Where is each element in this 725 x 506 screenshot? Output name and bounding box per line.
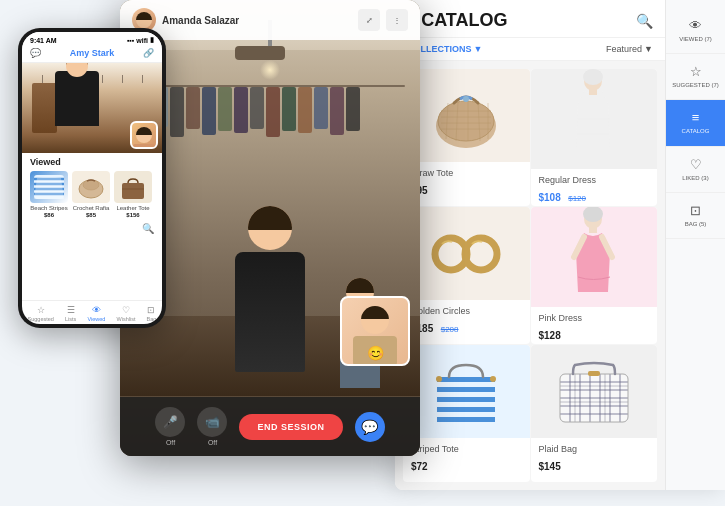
catalog-title: ≡ CATALOG (407, 10, 508, 31)
phone-header: 💬 Amy Stark 🔗 (22, 46, 162, 63)
eye-icon: 👁 (689, 18, 702, 33)
video-header-actions: ⤢ ⋮ (358, 9, 408, 31)
svg-rect-32 (437, 397, 495, 402)
nav-label: Lists (65, 316, 76, 322)
chat-button[interactable]: 💬 (355, 412, 385, 442)
list-item[interactable]: Beach Stripes $86 (30, 171, 68, 218)
nav-label: Wishlist (117, 316, 136, 322)
catalog-header: ≡ CATALOG 🔍 (395, 0, 665, 38)
product-price-row: $145 (539, 456, 650, 474)
catalog-grid: Straw Tote $95 (395, 61, 665, 490)
list-item[interactable]: Crochet Rafia $85 (72, 171, 110, 218)
svg-rect-7 (122, 183, 144, 199)
camera-icon: 📹 (197, 407, 227, 437)
catalog-panel: ≡ CATALOG 🔍 COLLECTIONS ▼ Featured ▼ (395, 0, 725, 490)
nav-viewed[interactable]: 👁 Viewed (87, 305, 105, 322)
status-icons: ▪▪▪ wifi ▮ (127, 36, 154, 44)
svg-point-6 (83, 180, 99, 190)
catalog-item-golden-circles[interactable]: Golden Circles $185 $208 (403, 207, 530, 344)
svg-point-35 (436, 376, 442, 382)
bag-icon: ⊡ (690, 203, 701, 218)
sidebar-tab-label: CATALOG (682, 128, 710, 135)
camera-button[interactable]: 📹 Off (197, 407, 227, 446)
video-header: Amanda Salazar ⤢ ⋮ (120, 0, 420, 40)
phone-status-bar: 9:41 AM ▪▪▪ wifi ▮ (22, 32, 162, 46)
heart-icon: ♡ (122, 305, 130, 315)
catalog-item-striped-tote[interactable]: Striped Tote $72 (403, 345, 530, 482)
sidebar-tab-suggested[interactable]: ☆ SUGGESTED (7) (666, 54, 725, 100)
video-controls: 🎤 Off 📹 Off END SESSION 💬 (120, 397, 420, 456)
phone-link-icon: 🔗 (143, 48, 154, 58)
product-price: $72 (411, 461, 428, 472)
catalog-item-pink-dress[interactable]: Pink Dress $128 (531, 207, 658, 344)
nav-suggested[interactable]: ☆ Suggested (28, 305, 54, 322)
sidebar-tab-label: SUGGESTED (7) (672, 82, 719, 89)
product-price-row: $108 $120 (539, 187, 650, 205)
phone-screen: 9:41 AM ▪▪▪ wifi ▮ 💬 Amy Stark 🔗 (22, 32, 162, 324)
catalog-search-icon[interactable]: 🔍 (636, 13, 653, 29)
wifi-icon: wifi (136, 37, 148, 44)
list-icon: ☰ (67, 305, 75, 315)
product-price: $108 (539, 192, 561, 203)
nav-bag[interactable]: ⊡ Bag (147, 305, 157, 322)
regular-dress-info: Regular Dress $108 $120 (531, 169, 658, 206)
featured-filter[interactable]: Featured ▼ (606, 44, 653, 54)
phone-nav-bar: ☆ Suggested ☰ Lists 👁 Viewed ♡ Wishlist … (22, 300, 162, 324)
nav-lists[interactable]: ☰ Lists (65, 305, 76, 322)
catalog-item-straw-tote[interactable]: Straw Tote $95 (403, 69, 530, 206)
product-price-row: $72 (411, 456, 522, 474)
agent-face (248, 206, 292, 250)
product-price-row: $185 $208 (411, 318, 522, 336)
nav-label: Bag (147, 316, 157, 322)
product-name: Plaid Bag (539, 444, 650, 454)
sidebar-tab-label: LIKED (3) (682, 175, 708, 182)
phone-hero-image (22, 63, 162, 153)
nav-wishlist[interactable]: ♡ Wishlist (117, 305, 136, 322)
product-name: Striped Tote (411, 444, 522, 454)
sidebar-tab-bag[interactable]: ⊡ BAG (5) (666, 193, 725, 239)
straw-tote-image (403, 69, 530, 162)
svg-rect-31 (437, 387, 495, 392)
product-name: Crochet Rafia (73, 205, 110, 212)
search-bar-area: 🔍 (22, 220, 162, 236)
sidebar-tab-label: VIEWED (7) (679, 36, 712, 43)
svg-point-20 (463, 96, 469, 102)
striped-tote-info: Striped Tote $72 (403, 438, 530, 482)
plaid-bag-image (531, 345, 658, 438)
phone-header-icons: 🔗 (143, 48, 154, 58)
sidebar-tab-catalog[interactable]: ≡ CATALOG (666, 100, 725, 146)
catalog-item-regular-dress[interactable]: Regular Dress $108 $120 (531, 69, 658, 206)
product-name: Golden Circles (411, 306, 522, 316)
more-options-button[interactable]: ⋮ (386, 9, 408, 31)
sidebar-tab-viewed[interactable]: 👁 VIEWED (7) (666, 8, 725, 54)
expand-button[interactable]: ⤢ (358, 9, 380, 31)
catalog-title-text: CATALOG (421, 10, 507, 31)
nav-label: Viewed (87, 316, 105, 322)
eye-icon: 👁 (92, 305, 101, 315)
self-face (361, 306, 389, 334)
catalog-icon: ≡ (692, 110, 700, 125)
search-mini-icon[interactable]: 🔍 (142, 223, 154, 234)
product-name: Straw Tote (411, 168, 522, 178)
end-session-button[interactable]: END SESSION (239, 414, 342, 440)
small-avatar (130, 121, 158, 149)
video-person-main (230, 206, 310, 376)
regular-dress-image (531, 69, 658, 169)
product-price: $128 (539, 330, 561, 341)
mute-button[interactable]: 🎤 Off (155, 407, 185, 446)
list-item[interactable]: Leather Tote $156 (114, 171, 152, 218)
golden-circles-image (403, 207, 530, 300)
sidebar-tab-liked[interactable]: ♡ LIKED (3) (666, 147, 725, 193)
bag-icon: ⊡ (147, 305, 155, 315)
chat-icon: 💬 (30, 48, 41, 58)
product-price: $86 (44, 212, 54, 218)
svg-rect-28 (589, 227, 597, 233)
pink-dress-info: Pink Dress $128 (531, 307, 658, 344)
sidebar-tab-label: BAG (5) (685, 221, 707, 228)
catalog-item-plaid-bag[interactable]: Plaid Bag $145 (531, 345, 658, 482)
camera-label: Off (208, 439, 217, 446)
svg-point-22 (583, 69, 603, 85)
mic-icon: 🎤 (155, 407, 185, 437)
viewed-label: Viewed (22, 153, 162, 169)
phone-mockup: 9:41 AM ▪▪▪ wifi ▮ 💬 Amy Stark 🔗 (18, 28, 166, 328)
